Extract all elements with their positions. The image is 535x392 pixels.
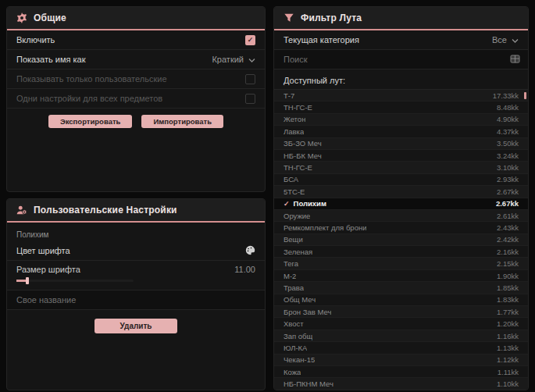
loot-item-name: Кожа [284,368,301,376]
loot-item-value: 1.11kk [498,368,519,376]
loot-item-name: Общ Меч [284,295,316,304]
loot-item-value: 1.10kk [497,380,519,388]
loot-item-name: Зап общ [284,332,312,340]
loot-item-name: Т-7 [284,91,294,100]
row-only-custom: Показывать только пользовательские [7,69,265,89]
loot-row[interactable]: Оружие2.61kk [274,210,528,222]
loot-item-name: Ремкомплект для брони [284,223,366,232]
loot-item-name: М-2 [284,272,296,280]
row-same-settings: Одни настройки для всех предметов [7,89,265,109]
loot-row[interactable]: Трава1.85kk [274,282,528,294]
loot-item-value: 1.20kk [497,319,519,328]
loot-item-name: БСА [284,175,298,184]
loot-item-value: 1.90kk [497,272,519,280]
loot-row[interactable]: Чекан-151.12kk [274,355,528,366]
loot-row[interactable]: ✓Полихим2.67kk [274,198,528,210]
loot-row[interactable]: Ремкомплект для брони2.43kk [274,222,528,233]
loot-item-value: 2.61kk [497,212,519,220]
font-size-slider[interactable] [16,277,134,284]
loot-row[interactable]: ТН-ГС-Е8.48kk [274,102,528,113]
scrollbar-thumb[interactable] [524,92,526,99]
loot-item-value: 1.83kk [497,295,519,304]
loot-item-value: 8.48kk [497,103,519,112]
gear-icon [16,12,27,23]
loot-row[interactable]: Лавка4.37kk [274,126,528,137]
loot-row[interactable]: Брон Зав Меч1.77kk [274,306,528,318]
panel-loot-filter: Фильтр Лута Текущая категория Все Доступ… [273,6,529,390]
enable-label: Включить [16,35,55,45]
loot-item-name: Вещи [284,235,303,244]
loot-row[interactable]: Хвост1.20kk [274,318,528,330]
panel-custom-settings: Пользовательские Настройки Полихим Цвет … [6,198,266,390]
loot-row[interactable]: Вещи2.42kk [274,234,528,246]
show-name-dropdown[interactable]: Краткий [212,55,255,64]
enable-checkbox[interactable]: ✓ [245,35,255,45]
chevron-down-icon [248,55,255,64]
loot-row[interactable]: Зап общ1.16kk [274,330,528,342]
only-custom-checkbox[interactable] [245,74,255,84]
font-size-value: 11.00 [234,265,255,274]
same-settings-checkbox[interactable] [245,94,255,104]
delete-row: Удалить [7,310,265,342]
search-input[interactable] [274,55,505,64]
loot-row[interactable]: Зеленая2.16kk [274,246,528,258]
table-icon[interactable] [510,52,520,66]
loot-row[interactable]: Жетон4.90kk [274,114,528,126]
loot-item-value: 3.10kk [497,163,519,172]
loot-item-value: 4.90kk [497,115,519,123]
loot-item-value: 2.15kk [497,259,519,268]
loot-row[interactable]: ЗБ-ЗО Меч3.50kk [274,138,528,150]
loot-item-name: ЮЛ-КА [284,344,307,352]
palette-icon[interactable] [245,245,255,257]
loot-item-name: Чекан-15 [284,355,315,364]
loot-row[interactable]: Тега2.15kk [274,258,528,269]
loot-row[interactable]: ЮЛ-КА1.13kk [274,342,528,354]
loot-row[interactable]: НБ-БК Меч3.24kk [274,150,528,162]
loot-row[interactable]: НБ-ПКНМ Меч1.10kk [274,378,528,390]
loot-row[interactable]: БСА2.93kk [274,174,528,186]
loot-row[interactable]: Кожа1.11kk [274,366,528,378]
loot-item-value: 1.13kk [497,344,519,352]
loot-item-name: Лавка [284,127,304,136]
loot-item-name: ЗБ-ЗО Меч [284,139,322,148]
check-icon: ✓ [248,37,254,44]
same-settings-label: Одни настройки для всех предметов [16,94,162,103]
custom-name-input[interactable] [7,295,265,305]
loot-row[interactable]: Общ Меч1.83kk [274,294,528,306]
category-dropdown[interactable]: Все [492,35,519,45]
loot-item-value: 3.24kk [497,151,519,160]
loot-list-title: Доступный лут: [274,69,528,89]
loot-item-name: Трава [284,283,304,292]
loot-row[interactable]: ТН-ГС-Е3.10kk [274,162,528,173]
loot-item-value: 1.77kk [497,308,519,316]
loot-item-name: НБ-ПКНМ Меч [284,380,333,388]
panel-title: Пользовательские Настройки [34,205,177,216]
row-font-size: Размер шрифта 11.00 [7,261,265,290]
loot-row[interactable]: 5ТС-Е2.67kk [274,186,528,198]
loot-item-name: ТН-ГС-Е [284,163,312,172]
loot-row[interactable]: М-21.90kk [274,270,528,282]
loot-item-value: 1.12kk [497,355,519,364]
loot-item-value: 1.85kk [497,283,519,292]
loot-item-name: 5ТС-Е [284,187,305,196]
panel-filter-header: Фильтр Лута [274,7,528,30]
loot-item-name: НБ-БК Меч [284,151,322,160]
chevron-down-icon [512,35,519,45]
row-enable: Включить ✓ [7,30,265,50]
panel-custom-header: Пользовательские Настройки [7,199,265,223]
loot-row[interactable]: Т-717.33kk [274,90,528,102]
panel-title: Общие [34,12,66,23]
loot-item-name: ТН-ГС-Е [284,103,312,112]
font-size-label: Размер шрифта [16,265,80,274]
slider-handle[interactable] [26,277,29,284]
only-custom-label: Показывать только пользовательские [16,74,167,84]
loot-item-value: 3.50kk [497,139,519,148]
loot-item-value: 4.37kk [497,127,519,136]
export-button[interactable]: Экспортировать [48,115,132,128]
import-button[interactable]: Импортировать [141,115,223,128]
delete-button[interactable]: Удалить [95,319,177,333]
panel-general: Общие Включить ✓ Показать имя как Кратки… [6,6,266,192]
item-name-label: Полихим [7,223,265,241]
row-show-name: Показать имя как Краткий [7,50,265,69]
row-category: Текущая категория Все [274,30,528,50]
